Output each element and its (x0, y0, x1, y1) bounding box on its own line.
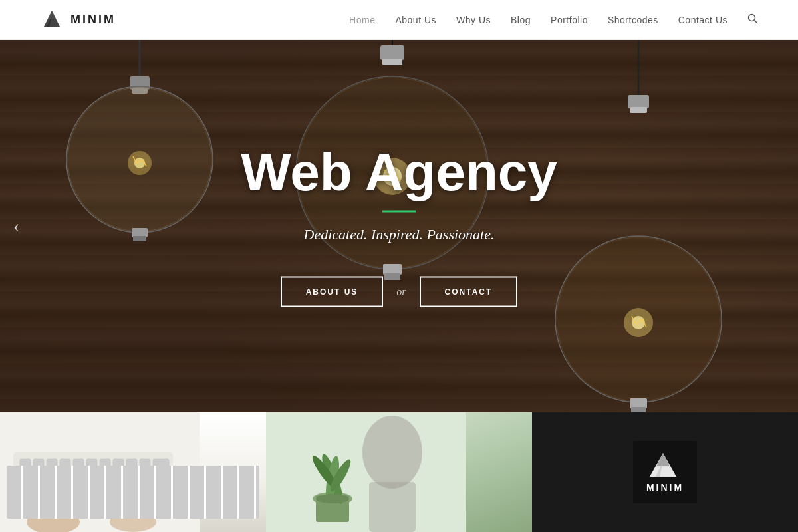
svg-rect-68 (64, 480, 74, 488)
svg-rect-56 (49, 469, 60, 477)
svg-rect-57 (63, 469, 73, 477)
svg-rect-16 (133, 236, 146, 241)
svg-rect-72 (117, 480, 128, 488)
svg-rect-19 (382, 59, 402, 65)
svg-rect-51 (126, 459, 137, 467)
svg-rect-65 (20, 480, 35, 488)
svg-point-76 (145, 472, 174, 512)
logo-dark-inner: MINIM (633, 441, 697, 503)
svg-rect-47 (73, 459, 84, 467)
logo-link[interactable]: MINIM (40, 8, 116, 32)
svg-rect-49 (100, 459, 110, 467)
main-nav: Home About Us Why Us Blog Portfolio Shor… (349, 13, 758, 27)
logo-dark-text: MINIM (646, 482, 684, 493)
svg-rect-80 (266, 412, 466, 532)
svg-rect-63 (142, 469, 153, 477)
plant-visual (266, 412, 532, 532)
hero-buttons: ABOUT US or CONTACT (200, 277, 598, 307)
svg-rect-45 (47, 459, 57, 467)
hero-or-text: or (396, 286, 406, 298)
svg-marker-91 (656, 453, 670, 466)
svg-rect-73 (130, 480, 141, 488)
hero-content: Web Agency Dedicated. Inspired. Passiona… (200, 146, 598, 307)
svg-rect-82 (369, 482, 416, 532)
svg-marker-1 (48, 11, 56, 19)
nav-why-us[interactable]: Why Us (456, 15, 491, 25)
svg-rect-66 (37, 480, 48, 488)
svg-rect-71 (104, 480, 114, 488)
svg-point-79 (110, 512, 156, 532)
svg-point-3 (749, 14, 755, 21)
nav-shortcodes[interactable]: Shortcodes (608, 15, 658, 25)
hero-divider (382, 211, 416, 213)
svg-rect-74 (144, 480, 169, 488)
svg-rect-58 (76, 469, 86, 477)
svg-rect-46 (60, 459, 70, 467)
svg-rect-43 (20, 459, 31, 467)
logo-dark-bg: MINIM (633, 441, 697, 503)
logo-dark-card: MINIM (532, 412, 798, 532)
plant-card (266, 412, 532, 532)
logo-dark-icon (646, 452, 680, 479)
svg-rect-48 (86, 459, 97, 467)
hero-title: Web Agency (200, 146, 598, 199)
nav-contact[interactable]: Contact Us (678, 15, 728, 25)
svg-rect-50 (113, 459, 124, 467)
nav-about[interactable]: About Us (395, 15, 436, 25)
svg-rect-69 (77, 480, 88, 488)
svg-rect-31 (630, 107, 647, 113)
nav-home[interactable]: Home (349, 15, 375, 25)
svg-rect-70 (90, 480, 101, 488)
about-us-button[interactable]: ABOUT US (281, 277, 384, 307)
svg-rect-64 (156, 469, 169, 477)
svg-rect-41 (0, 412, 200, 532)
svg-point-81 (362, 416, 422, 489)
svg-rect-52 (140, 459, 150, 467)
svg-rect-60 (102, 469, 113, 477)
search-icon[interactable] (747, 13, 758, 27)
header: MINIM Home About Us Why Us Blog Portfoli… (0, 0, 798, 40)
svg-rect-44 (33, 459, 44, 467)
svg-rect-54 (20, 469, 33, 477)
svg-rect-18 (380, 45, 404, 60)
svg-rect-39 (630, 398, 647, 408)
hero-subtitle: Dedicated. Inspired. Passionate. (200, 226, 598, 243)
hero-section: ‹ Web Agency Dedicated. Inspired. Passio… (0, 40, 798, 412)
svg-point-78 (27, 510, 80, 532)
bottom-cards: MINIM (0, 412, 798, 532)
svg-rect-40 (631, 407, 646, 412)
svg-rect-30 (628, 95, 649, 108)
logo-text: MINIM (70, 13, 116, 27)
svg-point-89 (316, 494, 349, 503)
svg-line-4 (755, 20, 758, 23)
svg-rect-53 (153, 459, 169, 467)
svg-rect-75 (53, 491, 146, 499)
hero-prev-arrow[interactable]: ‹ (13, 215, 19, 237)
nav-blog[interactable]: Blog (511, 15, 531, 25)
svg-rect-62 (129, 469, 140, 477)
keyboard-visual (0, 412, 266, 532)
nav-portfolio[interactable]: Portfolio (551, 15, 588, 25)
svg-rect-55 (36, 469, 47, 477)
svg-rect-15 (132, 228, 148, 237)
svg-rect-61 (116, 469, 126, 477)
logo-icon (40, 8, 64, 32)
keyboard-card (0, 412, 266, 532)
svg-rect-59 (89, 469, 100, 477)
svg-rect-67 (51, 480, 61, 488)
contact-button[interactable]: CONTACT (420, 277, 518, 307)
